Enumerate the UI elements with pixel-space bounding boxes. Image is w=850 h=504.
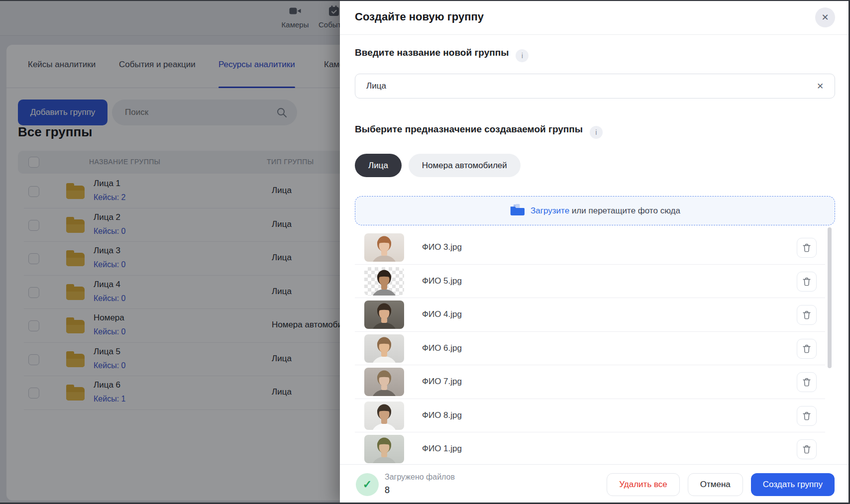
window-edge-top	[0, 0, 850, 1]
file-row: ФИО 8.jpg	[340, 399, 850, 433]
modal-header: Создайте новую группу ✕	[340, 0, 850, 35]
uploaded-files-label: Загружено файлов	[385, 473, 455, 482]
trash-icon	[801, 309, 812, 320]
delete-file-button[interactable]	[797, 305, 817, 325]
purpose-toggle: Лица Номера автомобилей	[355, 154, 521, 177]
file-row: ФИО 6.jpg	[340, 332, 850, 366]
create-group-button[interactable]: Создать группу	[751, 473, 835, 496]
dropzone-upload-link[interactable]: Загрузите	[531, 206, 569, 215]
name-section-label: Введите название новой группыi	[355, 47, 529, 62]
file-thumbnail	[364, 435, 404, 463]
delete-all-button[interactable]: Удалить все	[607, 473, 679, 496]
file-list-scrollbar[interactable]	[828, 227, 832, 368]
purpose-option-faces[interactable]: Лица	[355, 154, 402, 177]
uploaded-files-list: ФИО 3.jpg	[340, 231, 850, 464]
close-modal-button[interactable]: ✕	[815, 7, 835, 27]
cancel-button[interactable]: Отмена	[688, 473, 743, 496]
create-group-modal: Создайте новую группу ✕ Введите название…	[340, 0, 850, 504]
info-icon[interactable]: i	[516, 49, 529, 62]
delete-file-button[interactable]	[797, 272, 817, 292]
app-screen: Камеры События Кейсы аналитики События и…	[0, 0, 850, 504]
trash-icon	[801, 343, 812, 354]
delete-file-button[interactable]	[797, 339, 817, 359]
file-name: ФИО 5.jpg	[422, 276, 462, 286]
delete-file-button[interactable]	[797, 406, 817, 426]
delete-file-button[interactable]	[797, 238, 817, 258]
file-thumbnail	[364, 368, 404, 396]
file-row: ФИО 7.jpg	[340, 365, 850, 399]
clear-input-button[interactable]: ✕	[814, 80, 826, 92]
trash-icon	[801, 242, 812, 253]
clear-icon: ✕	[817, 82, 824, 91]
modal-title: Создайте новую группу	[355, 10, 484, 23]
file-thumbnail	[364, 301, 404, 329]
name-section-label-text: Введите название новой группы	[355, 47, 509, 58]
file-row: ФИО 5.jpg	[340, 265, 850, 299]
file-name: ФИО 3.jpg	[422, 242, 462, 252]
delete-file-button[interactable]	[797, 372, 817, 392]
modal-footer: ✓ Загружено файлов 8 Удалить все Отмена …	[340, 464, 850, 504]
file-row: ФИО 1.jpg	[340, 432, 850, 464]
photo-dropzone[interactable]: Загрузите или перетащите фото сюда	[355, 196, 835, 225]
dropzone-text: Загрузите или перетащите фото сюда	[531, 206, 680, 216]
file-thumbnail	[364, 402, 404, 430]
trash-icon	[801, 410, 812, 421]
file-thumbnail	[364, 267, 404, 296]
face-placeholder	[364, 233, 404, 262]
face-placeholder	[364, 402, 404, 430]
face-placeholder	[364, 334, 404, 363]
info-icon[interactable]: i	[590, 126, 603, 139]
file-name: ФИО 8.jpg	[422, 410, 462, 420]
file-name: ФИО 1.jpg	[422, 444, 462, 454]
file-thumbnail	[364, 334, 404, 363]
file-row: ФИО 3.jpg	[340, 231, 850, 265]
file-thumbnail	[364, 233, 404, 262]
file-name: ФИО 6.jpg	[422, 343, 462, 353]
trash-icon	[801, 444, 812, 455]
upload-folder-icon	[510, 203, 525, 218]
face-placeholder	[364, 301, 404, 329]
purpose-option-plates[interactable]: Номера автомобилей	[409, 154, 521, 177]
close-icon: ✕	[821, 12, 829, 22]
footer-buttons: Удалить все Отмена Создать группу	[607, 473, 835, 496]
success-check-icon: ✓	[356, 473, 379, 496]
purpose-section-label-text: Выберите предназначение создаваемой груп…	[355, 124, 583, 134]
delete-file-button[interactable]	[797, 439, 817, 459]
face-placeholder	[364, 435, 404, 463]
dropzone-rest-text: или перетащите фото сюда	[572, 206, 680, 215]
trash-icon	[801, 377, 812, 388]
purpose-section-label: Выберите предназначение создаваемой груп…	[355, 124, 603, 139]
group-name-input[interactable]	[355, 74, 835, 99]
face-placeholder	[364, 368, 404, 396]
file-row: ФИО 4.jpg	[340, 298, 850, 332]
uploaded-files-count: 8	[385, 485, 390, 496]
file-name: ФИО 7.jpg	[422, 377, 462, 387]
group-name-field: ✕	[355, 74, 835, 99]
face-placeholder	[364, 267, 404, 296]
trash-icon	[801, 276, 812, 287]
file-name: ФИО 4.jpg	[422, 309, 462, 319]
